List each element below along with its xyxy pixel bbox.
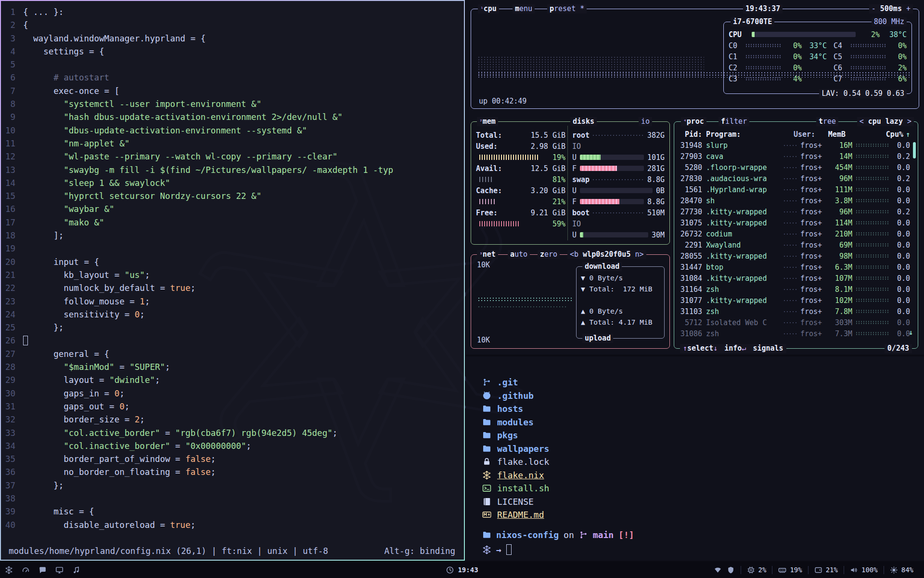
process-scrollbar[interactable] [913,142,916,158]
line-number: 25 [1,321,23,334]
disk-value: 281G [647,164,665,173]
tab-proc[interactable]: ⁴proc [681,117,706,126]
code-token: sensitivity = [23,310,135,319]
code-token: false [185,467,211,477]
shell-input-line[interactable]: → [482,544,512,555]
header-program[interactable]: Program: [706,130,782,139]
bar-module[interactable]: 84% [884,566,919,574]
tray-icon[interactable] [727,566,735,574]
file-icon [482,378,491,387]
scroll-down-indicator[interactable]: ↓ [909,328,913,337]
stat-graph [505,166,527,171]
tree-button[interactable]: tree [816,117,838,126]
poll-decrease[interactable]: - [872,4,880,13]
code-token: layout = [23,375,109,385]
leader [784,333,798,335]
header-mem[interactable]: MemB [821,130,847,139]
process-row[interactable]: 28055 .kitty-wrapped fros+ 98M 0.0 [674,250,918,262]
launcher-icon[interactable] [38,566,47,574]
clock-module[interactable]: 19:43 [446,566,478,574]
core-percent: 0% [889,53,907,61]
bar-module[interactable]: 19% [772,566,808,574]
process-pid: 27903 [679,152,706,161]
sort-selector[interactable]: < cpu lazy > [857,117,914,126]
process-row[interactable]: 31084 .kitty-wrapped fros+ 107M 0.0 [674,273,918,284]
terminal-window[interactable]: .git .github hosts modules pkgs [466,356,924,561]
sort-next[interactable]: > [903,117,911,126]
process-row[interactable]: 31103 zsh fros+ 7.8M 0.0 [674,306,918,317]
file-row: flake.nix [482,469,549,482]
poll-increase[interactable]: + [902,4,911,13]
leader [784,178,798,180]
net-zero-button[interactable]: zero [538,250,560,259]
bar-module[interactable]: 2% [741,566,772,574]
disk-label: root [572,131,590,140]
file-name: .git [497,377,518,387]
process-row[interactable]: 31077 .kitty-wrapped fros+ 102M 0.0 [674,295,918,306]
prompt-on-word: on [564,530,574,540]
process-row[interactable]: 2291 Xwayland fros+ 69M 0.0 [674,239,918,250]
editor-window[interactable]: 1 { ... }: 2 { 3 wayland.windowManager.h… [0,0,465,561]
cpu-meter-fill [752,32,755,37]
launcher-icon[interactable] [72,566,80,574]
process-row[interactable]: 26732 codium fros+ 210M 0.0 [674,228,918,239]
code-text: gaps_out = 0; [23,400,129,413]
leader [784,322,798,324]
process-row[interactable]: 31948 slurp fros+ 16M 0.0 [674,140,918,151]
menu-button[interactable]: menu [513,4,535,13]
net-download-graph [478,297,573,302]
process-user: fros+ [800,263,828,272]
process-pid: 31084 [679,274,706,283]
process-row[interactable]: 27730 .kitty-wrapped fros+ 96M 0.2 [674,206,918,217]
header-user[interactable]: User: [794,130,821,139]
preset-button[interactable]: preset * [547,4,587,13]
process-name: slurp [706,141,782,150]
process-row[interactable]: 31164 zsh fros+ 8.1M 0.0 [674,284,918,295]
header-pid[interactable]: Pid: [679,130,706,139]
tab-mem[interactable]: ²mem [477,117,498,126]
tab-io[interactable]: io [639,117,652,126]
process-footer-action[interactable]: info↵ [724,344,746,353]
clock-icon [446,566,454,574]
process-row[interactable]: 5280 .floorp-wrappe fros+ 454M 0.0 [674,162,918,173]
net-auto-button[interactable]: auto [508,250,530,259]
disk-row: IO [572,218,665,229]
process-row[interactable]: 5712 Isolated Web C fros+ 303M 0.0 [674,317,918,328]
net-interface-selector[interactable]: <b wlp0s20f0u5 n> [567,250,646,259]
launcher-icon[interactable] [55,566,64,574]
bar-module[interactable]: 21% [808,566,844,574]
download-speed: ▼ 0 Byte/s [581,273,660,284]
code-line: 27 general = { [1,348,464,361]
sort-prev[interactable]: < [860,117,868,126]
core-name: C1 [729,53,743,61]
process-memory: 7.3M [828,329,854,338]
process-row[interactable]: 28470 sh fros+ 3.8M 0.0 [674,195,918,206]
code-area[interactable]: 1 { ... }: 2 { 3 wayland.windowManager.h… [1,6,464,532]
file-name: flake.nix [497,470,544,480]
tab-net[interactable]: ³net [477,250,498,259]
process-memory: 14M [828,152,854,161]
header-cpu[interactable]: Cpu% [885,130,903,139]
tab-cpu[interactable]: ¹cpu [478,4,499,13]
code-token: { ... }: [23,7,64,17]
filter-button[interactable]: filter [719,117,749,126]
btop-window[interactable]: ¹cpu menu preset * 19:43:37 - 500ms + i7… [466,0,924,355]
process-footer-action[interactable]: ↑select↓ [683,344,718,353]
line-number: 17 [1,216,23,229]
file-row: hosts [482,402,549,416]
net-interface-name: wlp0s20f0u5 [583,250,630,259]
tray-icon[interactable] [714,566,722,574]
process-row[interactable]: 31075 .kitty-wrapped fros+ 114M 0.0 [674,217,918,228]
process-row[interactable]: 1561 .Hyprland-wrap fros+ 111M 0.0 [674,184,918,195]
process-row[interactable]: 31086 zsh fros+ 7.3M 0.0 [674,328,918,339]
poll-interval-control[interactable]: - 500ms + [869,4,913,13]
launcher-icon[interactable] [5,566,13,574]
process-row[interactable]: 27903 cava fros+ 14M 0.2 [674,151,918,162]
process-row[interactable]: 31447 btop fros+ 6.3M 0.0 [674,262,918,273]
bar-module[interactable]: 100% [844,566,884,574]
process-row[interactable]: 27830 .audacious-wra fros+ 96M 0.2 [674,173,918,184]
launcher-icon[interactable] [22,566,30,574]
tab-disks[interactable]: disks [570,117,597,126]
line-number: 40 [1,519,23,532]
process-footer-action[interactable]: signals [753,344,783,353]
